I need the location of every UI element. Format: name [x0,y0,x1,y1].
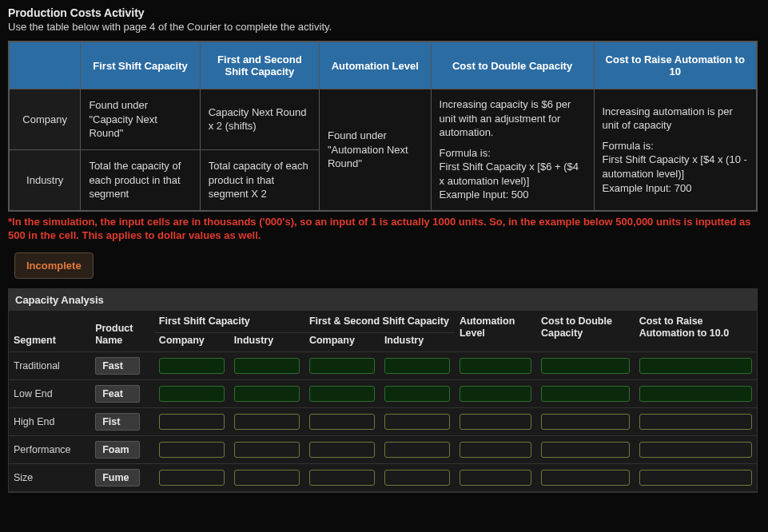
ref-header-second-shift: First and Second Shift Capacity [200,42,319,89]
input-cell-double [536,407,635,435]
product-name-cell: Feat [90,379,154,407]
ref-raise-formula: First Shift Capacity x [$4 x (10 - autom… [603,153,747,180]
input-cell-first-industry [229,435,304,463]
raise-input[interactable] [639,470,752,486]
col-second-company: Company [304,332,380,351]
second-industry-input[interactable] [384,442,450,458]
status-incomplete-button[interactable]: Incomplete [14,252,94,279]
ref-header-blank [9,42,81,89]
col-first-industry: Industry [229,332,304,351]
ref-row-company: Company [9,89,81,150]
capacity-title: Capacity Analysis [9,289,757,311]
raise-input[interactable] [639,442,752,458]
input-cell-automation [455,351,536,379]
double-input[interactable] [541,442,630,458]
double-input[interactable] [541,414,630,430]
product-name: Foam [95,441,140,459]
input-cell-automation [455,463,536,491]
ref-header-first-shift: First Shift Capacity [81,42,200,89]
ref-double-formula-label: Formula is: [440,147,491,159]
ref-raise-formula-label: Formula is: [603,140,654,152]
input-cell-automation [455,407,536,435]
raise-input[interactable] [639,386,752,402]
input-cell-automation [455,435,536,463]
input-cell-second-company [304,351,380,379]
col-raise: Cost to Raise Automation to 10.0 [635,311,757,352]
ref-double-cost: Increasing capacity is $6 per unit with … [431,89,594,211]
second-industry-input[interactable] [384,386,450,402]
product-name: Feat [95,385,140,403]
second-company-input[interactable] [309,470,375,486]
second-industry-input[interactable] [384,470,450,486]
ref-first-shift-industry: Total the capacity of each product in th… [81,149,200,210]
warning-note: *In the simulation, the input cells are … [8,215,760,243]
raise-input[interactable] [639,414,752,430]
first-industry-input[interactable] [234,442,300,458]
input-cell-second-company [304,407,380,435]
second-industry-input[interactable] [384,414,450,430]
first-company-input[interactable] [159,414,225,430]
input-cell-first-company [154,407,229,435]
col-second-shift: First & Second Shift Capacity [304,311,455,333]
product-name: Fast [95,357,140,375]
ref-header-raise-cost: Cost to Raise Automation to 10 [594,42,757,89]
raise-input[interactable] [639,358,752,374]
input-cell-second-industry [380,407,455,435]
input-cell-first-company [154,463,229,491]
double-input[interactable] [541,386,630,402]
input-cell-raise [635,463,757,491]
segment-label: Performance [9,435,90,463]
second-company-input[interactable] [309,386,375,402]
first-company-input[interactable] [159,442,225,458]
first-industry-input[interactable] [234,470,300,486]
col-double: Cost to Double Capacity [536,311,635,352]
col-first-company: Company [154,332,229,351]
double-input[interactable] [541,470,630,486]
automation-input[interactable] [460,442,531,458]
col-segment: Segment [9,311,90,352]
ref-header-automation: Automation Level [319,42,431,89]
input-cell-raise [635,435,757,463]
input-cell-first-company [154,379,229,407]
first-industry-input[interactable] [234,358,300,374]
capacity-table: Segment Product Name First Shift Capacit… [9,311,757,492]
product-name-cell: Fast [90,351,154,379]
automation-input[interactable] [460,470,531,486]
automation-input[interactable] [460,414,531,430]
second-company-input[interactable] [309,414,375,430]
second-company-input[interactable] [309,442,375,458]
reference-table: First Shift Capacity First and Second Sh… [8,41,758,212]
ref-raise-cost: Increasing automation is per unit of cap… [594,89,757,211]
product-name-cell: Fume [90,463,154,491]
first-company-input[interactable] [159,358,225,374]
first-company-input[interactable] [159,470,225,486]
automation-input[interactable] [460,386,531,402]
input-cell-automation [455,379,536,407]
input-cell-first-company [154,351,229,379]
capacity-panel: Capacity Analysis Segment Product Name F… [8,288,758,493]
input-cell-first-industry [229,379,304,407]
ref-double-formula: First Shift Capacity x [$6 + ($4 x autom… [440,161,579,187]
ref-raise-example: Example Input: 700 [603,182,692,194]
input-cell-double [536,463,635,491]
input-cell-second-industry [380,379,455,407]
input-cell-first-industry [229,463,304,491]
segment-label: Low End [9,379,90,407]
ref-first-shift-company: Found under "Capacity Next Round" [81,89,200,150]
segment-label: Size [9,463,90,491]
second-industry-input[interactable] [384,358,450,374]
automation-input[interactable] [460,358,531,374]
first-industry-input[interactable] [234,386,300,402]
segment-label: Traditional [9,351,90,379]
double-input[interactable] [541,358,630,374]
input-cell-raise [635,407,757,435]
second-company-input[interactable] [309,358,375,374]
input-cell-second-company [304,463,380,491]
input-cell-second-industry [380,435,455,463]
input-cell-double [536,435,635,463]
input-cell-raise [635,379,757,407]
first-industry-input[interactable] [234,414,300,430]
first-company-input[interactable] [159,386,225,402]
input-cell-second-company [304,435,380,463]
table-row: SizeFume [9,463,757,491]
